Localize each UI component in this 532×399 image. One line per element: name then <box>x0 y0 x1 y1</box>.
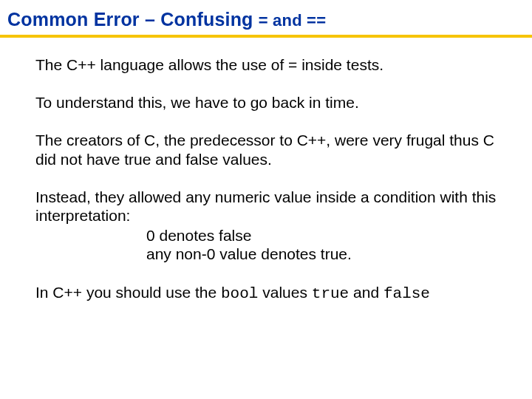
p5-text-c: values <box>258 284 311 301</box>
p5-code-false: false <box>383 285 430 302</box>
p5-code-bool: bool <box>221 285 258 302</box>
paragraph-2: To understand this, we have to go back i… <box>35 93 497 112</box>
p5-text-e: and <box>349 284 383 301</box>
slide-body: The C++ language allows the use of = ins… <box>0 38 532 303</box>
slide-title: Common Error – Confusing = and == <box>0 0 532 35</box>
paragraph-5: In C++ you should use the bool values tr… <box>35 283 497 303</box>
slide: Common Error – Confusing = and == The C+… <box>0 0 532 399</box>
paragraph-4-lead: Instead, they allowed any numeric value … <box>35 188 497 225</box>
p5-code-true: true <box>312 285 349 302</box>
title-sub: = and == <box>259 11 326 30</box>
paragraph-4-line2: any non-0 value denotes true. <box>35 245 497 263</box>
p5-text-a: In C++ you should use the <box>35 284 221 301</box>
paragraph-4-line1: 0 denotes false <box>35 226 497 245</box>
paragraph-3: The creators of C, the predecessor to C+… <box>35 131 497 168</box>
title-main: Common Error – Confusing <box>7 9 259 30</box>
paragraph-1: The C++ language allows the use of = ins… <box>35 55 497 74</box>
